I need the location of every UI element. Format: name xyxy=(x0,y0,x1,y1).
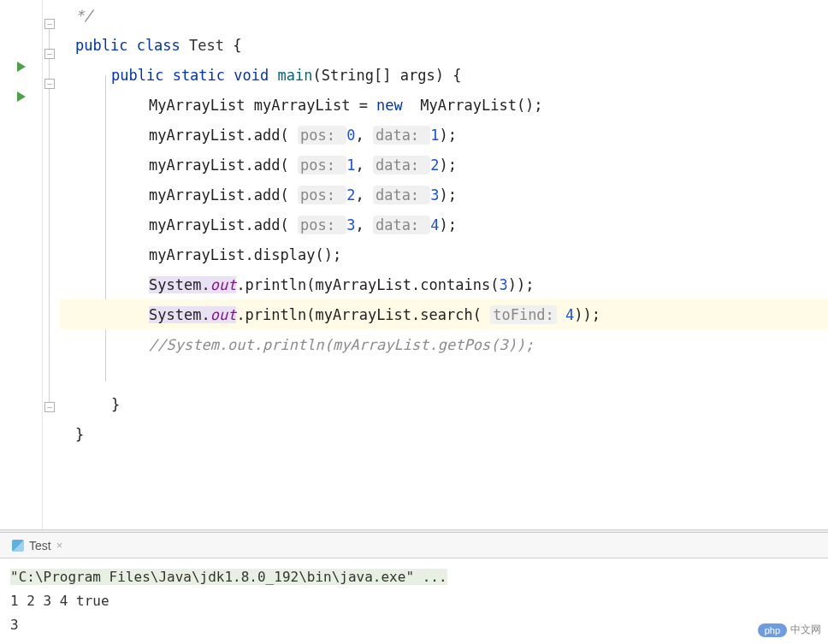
fold-handle-icon[interactable]: – xyxy=(44,79,55,89)
output-tabs: Test × xyxy=(0,533,828,558)
commented-code: //System.out.println(myArrayList.getPos(… xyxy=(149,336,534,353)
gutter xyxy=(0,0,43,529)
editor-pane: – – – – */ public class Test { public st… xyxy=(0,0,828,529)
fold-handle-icon[interactable]: – xyxy=(44,402,55,412)
comment: */ xyxy=(75,7,92,24)
watermark: php 中文网 xyxy=(758,623,821,637)
output-line: 1 2 3 4 true xyxy=(10,589,818,613)
output-line: 3 xyxy=(10,613,818,637)
fold-gutter: – – – – xyxy=(43,0,60,529)
fold-handle-icon[interactable]: – xyxy=(44,49,55,59)
run-gutter-icon[interactable] xyxy=(17,62,26,72)
command-line: "C:\Program Files\Java\jdk1.8.0_192\bin\… xyxy=(10,569,447,585)
tab-label: Test xyxy=(29,539,51,552)
run-config-icon xyxy=(12,540,24,552)
close-icon[interactable]: × xyxy=(56,539,63,552)
code-area[interactable]: */ public class Test { public static voi… xyxy=(60,0,828,529)
output-tab-test[interactable]: Test × xyxy=(7,537,68,554)
output-pane: Test × "C:\Program Files\Java\jdk1.8.0_1… xyxy=(0,533,828,644)
watermark-badge: php xyxy=(758,623,787,637)
console-output[interactable]: "C:\Program Files\Java\jdk1.8.0_192\bin\… xyxy=(0,558,828,644)
watermark-text: 中文网 xyxy=(790,623,821,637)
run-gutter-icon[interactable] xyxy=(17,92,26,102)
fold-handle-icon[interactable]: – xyxy=(44,19,55,29)
